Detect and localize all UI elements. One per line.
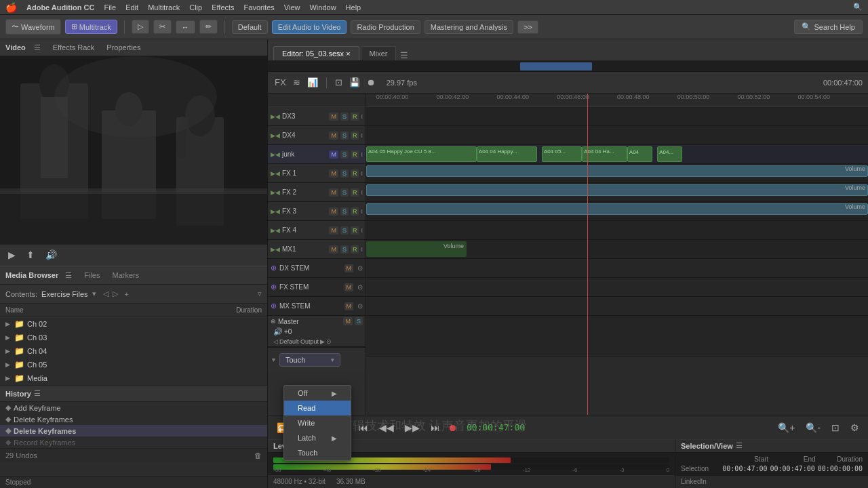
track-menu-fx4[interactable]: I bbox=[361, 227, 363, 234]
track-record-fx4[interactable]: R bbox=[351, 226, 359, 235]
track-record-dx4[interactable]: R bbox=[351, 131, 359, 140]
fx1-clip[interactable] bbox=[366, 165, 868, 177]
track-record-junk[interactable]: R bbox=[351, 150, 359, 159]
track-solo-dx3[interactable]: S bbox=[340, 113, 349, 121]
apple-menu[interactable]: 🍎 bbox=[5, 2, 17, 13]
tl-record-btn[interactable]: ⏺ bbox=[366, 76, 377, 89]
pb-rwd-btn[interactable]: ◀◀ bbox=[376, 420, 397, 435]
stem-link-fx[interactable]: ⊙ bbox=[357, 283, 363, 291]
tool-pencil[interactable]: ✏ bbox=[199, 20, 218, 34]
track-mute-dx4[interactable]: M bbox=[329, 131, 338, 140]
clip-junk-6[interactable]: A04... bbox=[657, 146, 682, 162]
play-btn[interactable]: ▶ bbox=[5, 248, 18, 262]
automation-mode-select[interactable]: Touch Off Read Write Latch bbox=[279, 353, 340, 367]
track-mute-fx2[interactable]: M bbox=[329, 188, 338, 197]
menu-window[interactable]: Window bbox=[309, 3, 336, 12]
mx1-clip[interactable]: Volume bbox=[366, 241, 467, 257]
tl-save-btn[interactable]: 💾 bbox=[348, 76, 361, 89]
fx3-clip[interactable] bbox=[366, 203, 868, 215]
master-solo[interactable]: S bbox=[355, 317, 363, 325]
track-record-fx1[interactable]: R bbox=[351, 169, 359, 178]
history-item[interactable]: ◆ Delete Keyframes bbox=[0, 413, 267, 425]
stem-link-mx[interactable]: ⊙ bbox=[357, 302, 363, 310]
tl-fx-btn[interactable]: FX bbox=[273, 76, 288, 89]
workspace-mastering[interactable]: Mastering and Analysis bbox=[425, 20, 513, 34]
folder-dropdown-icon[interactable]: ▾ bbox=[92, 289, 96, 298]
track-mute-fx3[interactable]: M bbox=[329, 207, 338, 216]
dropdown-latch[interactable]: Latch ▶ bbox=[284, 430, 351, 445]
scrubber-range[interactable] bbox=[520, 62, 592, 70]
menu-favorites[interactable]: Favorites bbox=[244, 3, 275, 12]
dropdown-read[interactable]: Read bbox=[284, 401, 351, 415]
files-tab[interactable]: Files bbox=[84, 271, 100, 279]
audio-btn[interactable]: 🔊 bbox=[43, 248, 60, 262]
track-menu-fx2[interactable]: I bbox=[361, 189, 363, 196]
properties-tab[interactable]: Properties bbox=[106, 43, 140, 52]
effects-rack-tab[interactable]: Effects Rack bbox=[53, 43, 95, 52]
waveform-btn[interactable]: 〜 Waveform bbox=[5, 19, 61, 35]
trash-icon[interactable]: 🗑 bbox=[254, 451, 262, 460]
video-menu-icon[interactable]: ☰ bbox=[34, 43, 41, 52]
clip-junk-3[interactable]: A04 05... bbox=[542, 146, 582, 162]
list-item[interactable]: ▶ 📁 Ch 04 bbox=[0, 344, 267, 358]
master-mute[interactable]: M bbox=[343, 317, 353, 325]
clip-junk-2[interactable]: A04 04 Happy... bbox=[477, 146, 537, 162]
pb-zoom-in[interactable]: 🔍+ bbox=[774, 420, 798, 435]
tool-select[interactable]: ▷ bbox=[132, 20, 149, 34]
pb-prev-btn[interactable]: ⏮ bbox=[355, 420, 372, 435]
track-record-mx1[interactable]: R bbox=[351, 245, 359, 253]
nav-back-btn[interactable]: ◁ bbox=[103, 289, 108, 298]
timeline-ruler[interactable]: 00:00:40:00 00:00:42:00 00:00:44:00 00:0… bbox=[366, 94, 868, 107]
stem-mute-fx[interactable]: M bbox=[344, 283, 354, 291]
menu-help[interactable]: Help bbox=[346, 3, 361, 12]
tab-options-icon[interactable]: ☰ bbox=[400, 50, 408, 60]
nav-forward-btn[interactable]: ▷ bbox=[113, 289, 118, 298]
menu-edit[interactable]: Edit bbox=[125, 3, 138, 12]
fx2-clip[interactable] bbox=[366, 184, 868, 196]
menu-multitrack[interactable]: Multitrack bbox=[148, 3, 180, 12]
track-record-dx3[interactable]: R bbox=[351, 113, 359, 121]
track-solo-fx2[interactable]: S bbox=[340, 188, 349, 197]
list-item[interactable]: ▶ 📁 Ch 02 bbox=[0, 317, 267, 331]
selection-menu-icon[interactable]: ☰ bbox=[736, 441, 743, 450]
menu-view[interactable]: View bbox=[284, 3, 300, 12]
track-solo-fx1[interactable]: S bbox=[340, 169, 349, 178]
clip-junk-4[interactable]: A04 04 Ha... bbox=[582, 146, 627, 162]
track-menu-dx3[interactable]: I bbox=[361, 113, 363, 120]
pb-settings-btn[interactable]: ⚙ bbox=[847, 420, 863, 435]
track-menu-mx1[interactable]: I bbox=[361, 246, 363, 253]
stem-mute-dx[interactable]: M bbox=[344, 264, 354, 272]
mixer-tab[interactable]: Mixer bbox=[361, 46, 397, 60]
track-mute-fx4[interactable]: M bbox=[329, 226, 338, 235]
dropdown-touch[interactable]: Touch bbox=[284, 445, 351, 460]
track-menu-fx3[interactable]: I bbox=[361, 208, 363, 215]
editor-session-tab[interactable]: Editor: 05_03.sesx × bbox=[273, 46, 359, 60]
track-menu-fx1[interactable]: I bbox=[361, 170, 363, 177]
list-item[interactable]: ▶ 📁 Ch 03 bbox=[0, 331, 267, 344]
workspace-default[interactable]: Default bbox=[232, 20, 268, 34]
track-mute-fx1[interactable]: M bbox=[329, 169, 338, 178]
history-menu-icon[interactable]: ☰ bbox=[34, 389, 41, 398]
track-record-fx3[interactable]: R bbox=[351, 207, 359, 216]
menu-icon-media[interactable]: ☰ bbox=[65, 271, 72, 280]
menu-clip[interactable]: Clip bbox=[189, 3, 202, 12]
workspace-edit-audio[interactable]: Edit Audio to Video bbox=[272, 20, 347, 34]
clip-junk-5[interactable]: A04 bbox=[627, 146, 652, 162]
pb-fwd-btn[interactable]: ▶▶ bbox=[401, 420, 423, 435]
tl-eq-btn[interactable]: ≋ bbox=[292, 76, 302, 89]
multitrack-btn[interactable]: ⊞ Multitrack bbox=[65, 20, 117, 34]
tool-razor[interactable]: ✂ bbox=[153, 20, 172, 34]
track-menu-junk[interactable]: I bbox=[361, 151, 363, 158]
markers-tab[interactable]: Markers bbox=[112, 271, 139, 279]
tl-clip-btn[interactable]: ⊡ bbox=[334, 76, 344, 89]
export-btn[interactable]: ⬆ bbox=[24, 248, 37, 262]
history-item[interactable]: ◆ Add Keyframe bbox=[0, 402, 267, 413]
stem-mute-mx[interactable]: M bbox=[344, 302, 354, 310]
track-solo-dx4[interactable]: S bbox=[340, 131, 349, 140]
list-item[interactable]: ▶ 📁 Ch 05 bbox=[0, 358, 267, 371]
dropdown-write[interactable]: Write bbox=[284, 415, 351, 430]
app-name-menu[interactable]: Adobe Audition CC bbox=[26, 3, 94, 12]
workspace-radio[interactable]: Radio Production bbox=[351, 20, 420, 34]
pb-record-btn[interactable]: ⏺ bbox=[448, 422, 457, 433]
history-item[interactable]: ◆ Record Keyframes bbox=[0, 436, 267, 448]
